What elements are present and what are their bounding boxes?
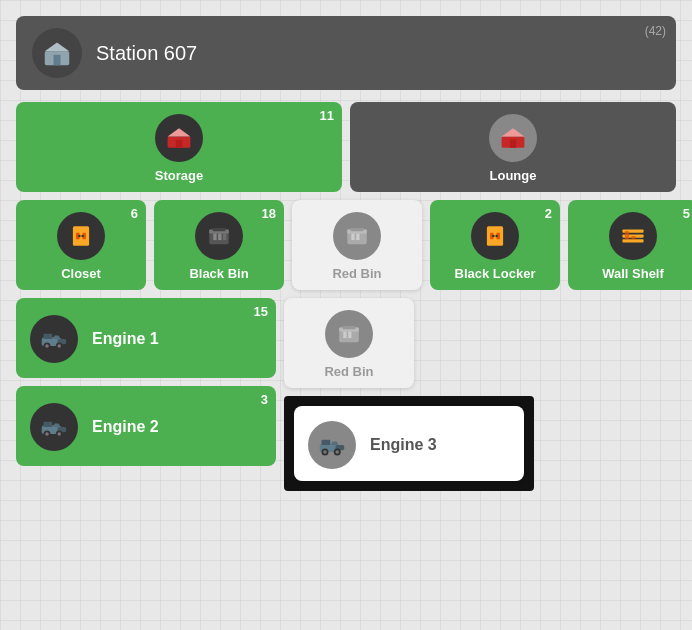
svg-rect-33 — [625, 231, 629, 239]
tile-storage[interactable]: 11 Storage — [16, 102, 342, 192]
lounge-label: Lounge — [490, 168, 537, 183]
engine1-icon — [30, 315, 78, 363]
closet-label: Closet — [61, 266, 101, 281]
svg-rect-54 — [343, 331, 346, 338]
engine3-icon — [308, 421, 356, 469]
storage-label: Storage — [155, 168, 203, 183]
engine1-badge: 15 — [254, 304, 268, 319]
svg-rect-25 — [487, 226, 503, 246]
svg-rect-17 — [213, 233, 216, 240]
engine2-label: Engine 2 — [92, 418, 159, 436]
svg-rect-49 — [44, 422, 53, 427]
station-card[interactable]: Station 607 (42) — [16, 16, 676, 90]
svg-rect-8 — [510, 139, 517, 147]
red-bin-2-label: Red Bin — [324, 364, 373, 379]
svg-point-59 — [323, 450, 327, 454]
tile-engine1[interactable]: 15 Engine 1 — [16, 298, 276, 378]
svg-rect-55 — [348, 331, 351, 338]
tile-wall-shelf[interactable]: 5 Wall Shelf — [568, 200, 692, 290]
svg-rect-62 — [322, 439, 331, 444]
engine2-badge: 3 — [261, 392, 268, 407]
svg-rect-9 — [73, 226, 89, 246]
svg-rect-63 — [332, 441, 337, 445]
svg-rect-24 — [356, 233, 359, 240]
svg-point-29 — [495, 234, 497, 236]
svg-rect-30 — [622, 239, 643, 242]
svg-rect-2 — [54, 55, 61, 66]
closet-badge: 6 — [131, 206, 138, 221]
svg-point-48 — [58, 432, 62, 436]
svg-rect-23 — [351, 233, 354, 240]
red-bin-1-label: Red Bin — [332, 266, 381, 281]
svg-rect-34 — [631, 236, 635, 239]
svg-point-40 — [58, 344, 62, 348]
storage-badge: 11 — [320, 108, 334, 123]
svg-point-13 — [81, 234, 83, 236]
station-icon — [32, 28, 82, 78]
svg-rect-42 — [54, 336, 59, 340]
closet-icon — [57, 212, 105, 260]
black-bin-icon — [195, 212, 243, 260]
row1: 11 Storage Lounge — [16, 102, 676, 192]
engine1-label: Engine 1 — [92, 330, 159, 348]
engine3-container: Engine 3 — [284, 396, 534, 491]
svg-point-38 — [45, 344, 49, 348]
svg-rect-53 — [343, 325, 356, 328]
svg-point-28 — [492, 234, 494, 236]
red-bin-1-icon — [333, 212, 381, 260]
svg-rect-18 — [218, 233, 221, 240]
black-locker-badge: 2 — [545, 206, 552, 221]
tile-black-bin[interactable]: 18 Black Bin — [154, 200, 284, 290]
tile-engine2[interactable]: 3 Engine 2 — [16, 386, 276, 466]
wall-shelf-icon — [609, 212, 657, 260]
station-badge: (42) — [645, 24, 666, 38]
svg-rect-41 — [44, 334, 53, 339]
svg-rect-22 — [351, 227, 364, 230]
row2: 6 Closet 18 Black Bin — [16, 200, 676, 290]
storage-icon-wrap — [155, 114, 203, 162]
svg-point-12 — [78, 234, 80, 236]
station-title: Station 607 — [96, 42, 197, 65]
tile-red-bin-2[interactable]: Red Bin — [284, 298, 414, 388]
svg-rect-50 — [54, 424, 59, 428]
red-bin-2-icon — [325, 310, 373, 358]
lounge-icon-wrap — [489, 114, 537, 162]
svg-rect-16 — [213, 227, 226, 230]
svg-rect-5 — [176, 139, 183, 147]
black-locker-icon — [471, 212, 519, 260]
tile-red-bin-1[interactable]: Red Bin — [292, 200, 422, 290]
svg-point-61 — [336, 450, 340, 454]
svg-marker-4 — [168, 128, 191, 136]
svg-rect-19 — [223, 233, 226, 240]
svg-marker-7 — [502, 128, 525, 136]
black-bin-label: Black Bin — [189, 266, 248, 281]
tile-black-locker[interactable]: 2 Black Locker — [430, 200, 560, 290]
black-bin-badge: 18 — [262, 206, 276, 221]
engine3-label: Engine 3 — [370, 436, 437, 454]
svg-point-46 — [45, 432, 49, 436]
tile-closet[interactable]: 6 Closet — [16, 200, 146, 290]
svg-marker-1 — [45, 43, 70, 52]
wall-shelf-badge: 5 — [683, 206, 690, 221]
tile-engine3[interactable]: Engine 3 — [294, 406, 524, 481]
tile-lounge[interactable]: Lounge — [350, 102, 676, 192]
black-locker-label: Black Locker — [455, 266, 536, 281]
engine2-icon — [30, 403, 78, 451]
wall-shelf-label: Wall Shelf — [602, 266, 664, 281]
